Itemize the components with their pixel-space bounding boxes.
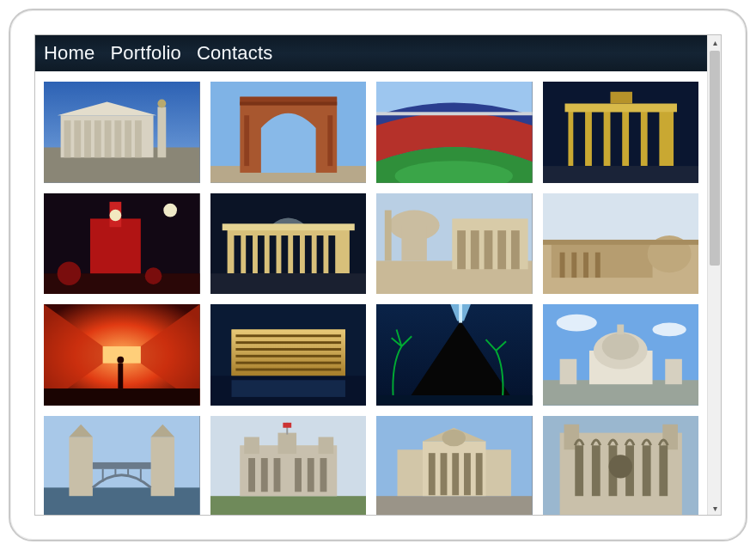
svg-rect-124 (277, 433, 296, 455)
svg-rect-154 (659, 445, 668, 496)
navbar: Home Portfolio Contacts (35, 35, 707, 71)
svg-rect-68 (551, 244, 652, 278)
svg-rect-3 (64, 120, 71, 157)
scroll-up-arrow-icon[interactable]: ▴ (708, 35, 722, 49)
gallery-thumb[interactable]: london-st-pauls (543, 304, 699, 406)
svg-rect-85 (235, 335, 341, 338)
svg-point-100 (652, 323, 686, 337)
svg-rect-48 (281, 235, 288, 273)
svg-rect-60 (485, 230, 493, 269)
svg-rect-36 (90, 218, 141, 278)
gallery-thumb[interactable]: london-tower-of-london (210, 416, 367, 515)
svg-rect-7 (105, 120, 112, 157)
svg-rect-5 (84, 120, 91, 157)
gallery-thumb[interactable]: athens-academy (44, 82, 200, 183)
gallery-thumb[interactable]: london-tower-bridge (44, 416, 200, 515)
svg-rect-19 (244, 115, 249, 166)
scroll-down-arrow-icon[interactable]: ▾ (708, 501, 722, 515)
scrollbar-thumb[interactable] (710, 51, 720, 266)
svg-rect-46 (257, 235, 264, 273)
gallery-thumb[interactable]: london-national-gallery (376, 416, 533, 515)
svg-rect-70 (543, 240, 699, 245)
svg-rect-114 (93, 462, 151, 469)
svg-rect-140 (429, 453, 436, 495)
svg-rect-30 (647, 112, 659, 166)
svg-point-40 (58, 261, 81, 284)
svg-point-81 (117, 357, 124, 364)
screen: Home Portfolio Contacts (34, 34, 722, 516)
thumb-label: barcelona-arc-triomf (214, 172, 284, 180)
gallery-thumb[interactable]: cairo-ibn-tulun (543, 193, 699, 295)
svg-rect-127 (283, 423, 291, 428)
svg-rect-31 (564, 104, 676, 113)
gallery-thumb[interactable]: las-vegas-bellagio (210, 304, 367, 406)
svg-rect-87 (235, 348, 341, 351)
svg-rect-131 (295, 458, 302, 492)
svg-rect-23 (376, 112, 533, 115)
svg-rect-96 (459, 304, 462, 323)
gallery-thumb[interactable]: berlin-reichstag (210, 193, 367, 295)
svg-rect-64 (401, 225, 426, 260)
gallery-thumb[interactable]: barcelona-arc-triomf (210, 82, 367, 183)
svg-rect-45 (246, 235, 253, 273)
svg-rect-141 (441, 453, 448, 495)
svg-rect-132 (307, 458, 314, 492)
svg-point-139 (442, 430, 466, 447)
svg-rect-111 (151, 437, 174, 497)
svg-rect-153 (642, 445, 650, 496)
gallery-thumb[interactable]: barcelona-camp-nou (376, 82, 533, 183)
thumb-label: london-st-pauls (546, 394, 600, 403)
vertical-scrollbar[interactable]: ▴ ▾ (707, 35, 721, 515)
svg-point-38 (110, 209, 122, 221)
svg-rect-106 (559, 359, 576, 384)
svg-rect-50 (304, 235, 311, 273)
nav-contacts[interactable]: Contacts (197, 42, 272, 64)
svg-rect-51 (316, 235, 323, 273)
gallery-thumb[interactable]: red-tunnel-walkway (44, 304, 200, 406)
thumb-label: las-vegas-bellagio (214, 394, 277, 403)
svg-rect-72 (571, 252, 576, 277)
svg-rect-26 (573, 112, 585, 166)
svg-rect-128 (248, 458, 255, 492)
svg-rect-53 (222, 223, 354, 230)
svg-rect-130 (273, 458, 280, 492)
thumb-label: cairo-ibn-tulun (546, 283, 595, 291)
svg-rect-129 (260, 458, 267, 492)
svg-rect-133 (320, 458, 326, 492)
svg-rect-9 (125, 120, 131, 157)
svg-rect-27 (591, 112, 603, 166)
gallery-thumb[interactable]: london-westminster-abbey (543, 416, 699, 515)
svg-rect-149 (575, 445, 583, 496)
svg-rect-89 (235, 362, 341, 364)
svg-rect-32 (610, 92, 632, 104)
gallery-thumb[interactable]: berlin-brandenburg-gate (543, 82, 699, 183)
nav-home[interactable]: Home (44, 42, 95, 64)
thumb-label: berlin-brandenburg-gate (546, 172, 630, 180)
svg-rect-88 (235, 355, 341, 358)
svg-point-104 (601, 333, 638, 360)
svg-rect-8 (114, 120, 121, 157)
svg-rect-107 (665, 359, 682, 384)
thumb-label: berlin-reichstag (214, 283, 267, 291)
svg-rect-73 (583, 252, 588, 277)
svg-rect-110 (69, 437, 92, 497)
thumb-label: london-tower-of-london (214, 506, 294, 515)
thumb-label: cairo-citadel-mosque (380, 283, 452, 291)
svg-rect-150 (591, 445, 600, 496)
svg-point-35 (163, 203, 177, 217)
svg-rect-86 (235, 342, 341, 345)
nav-portfolio[interactable]: Portfolio (111, 42, 182, 64)
gallery-thumb[interactable]: cairo-citadel-mosque (376, 193, 533, 295)
gallery-thumb[interactable]: berlin-rotes-rathaus (44, 193, 200, 295)
thumb-label: berlin-rotes-rathaus (47, 283, 114, 291)
svg-rect-65 (385, 210, 392, 260)
svg-rect-142 (452, 453, 459, 495)
thumb-label: las-vegas-luxor (380, 394, 432, 403)
svg-rect-144 (476, 453, 483, 495)
tablet-frame: Home Portfolio Contacts (9, 9, 747, 541)
gallery-thumb[interactable]: las-vegas-luxor (376, 304, 533, 406)
thumb-label: red-tunnel-walkway (47, 394, 114, 403)
viewport: Home Portfolio Contacts (35, 35, 707, 515)
svg-rect-80 (118, 364, 123, 388)
svg-rect-4 (74, 120, 81, 157)
